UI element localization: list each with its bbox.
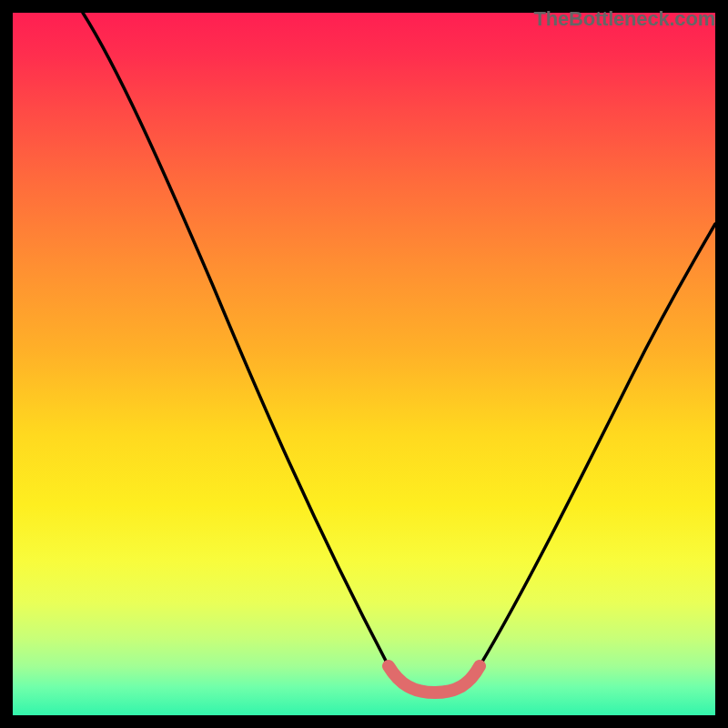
watermark-text: TheBottleneck.com	[533, 7, 715, 31]
plot-area	[13, 13, 715, 715]
bottleneck-curve	[13, 13, 715, 715]
curve-left	[83, 13, 389, 666]
curve-basin	[389, 666, 480, 693]
canvas: TheBottleneck.com	[0, 0, 728, 728]
curve-right	[480, 224, 715, 666]
